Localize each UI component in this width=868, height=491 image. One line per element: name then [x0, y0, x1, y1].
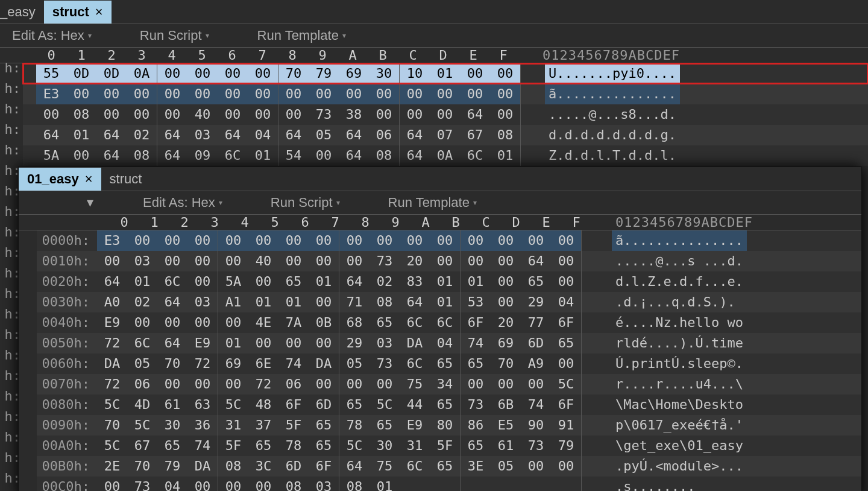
ascii-column[interactable]: .d.¡...q.d.S.).: [612, 292, 739, 312]
hex-byte[interactable]: 73: [127, 477, 157, 491]
hex-byte[interactable]: 02: [127, 125, 157, 145]
hex-byte[interactable]: 10: [400, 63, 430, 84]
hex-row[interactable]: E3000000000000000000000000000000ã.......…: [23, 84, 868, 104]
hex-byte[interactable]: 74: [521, 394, 551, 415]
hex-byte[interactable]: 64: [36, 125, 66, 145]
run-template-dropdown[interactable]: Run Template▾: [257, 28, 346, 43]
hex-byte[interactable]: 64: [278, 125, 309, 145]
hex-row[interactable]: 00A0h:5C6765745F6578655C30315F65617379\g…: [37, 436, 861, 456]
hex-byte[interactable]: 04: [157, 477, 187, 491]
hex-byte[interactable]: 67: [460, 125, 490, 145]
hex-byte[interactable]: 06: [278, 374, 309, 394]
hex-byte[interactable]: 5C: [370, 394, 400, 415]
ascii-column[interactable]: \Mac\Home\Deskto: [612, 394, 747, 415]
hex-byte[interactable]: 34: [430, 374, 460, 394]
hex-byte[interactable]: 30: [369, 63, 399, 84]
hex-byte[interactable]: 08: [369, 145, 399, 166]
hex-byte[interactable]: 68: [339, 312, 370, 333]
hex-byte[interactable]: 00: [460, 63, 490, 84]
hex-byte[interactable]: 00: [187, 477, 218, 491]
tab-easy-partial[interactable]: _easy: [0, 1, 44, 24]
hex-byte[interactable]: 03: [187, 292, 218, 312]
hex-byte[interactable]: 00: [278, 104, 309, 125]
ascii-column[interactable]: ã...............: [545, 84, 680, 104]
hex-byte[interactable]: 0A: [430, 145, 460, 166]
hex-byte[interactable]: 73: [521, 436, 551, 456]
hex-byte[interactable]: 00: [96, 104, 127, 125]
hex-byte[interactable]: 74: [461, 333, 491, 353]
hex-byte[interactable]: 08: [66, 104, 96, 125]
hex-byte[interactable]: 72: [248, 374, 278, 394]
hex-byte[interactable]: 64: [339, 125, 369, 145]
hex-byte[interactable]: 00: [157, 374, 187, 394]
run-script-dropdown[interactable]: Run Script▾: [140, 28, 209, 43]
hex-byte[interactable]: 00: [218, 312, 248, 333]
hex-byte[interactable]: 3E: [461, 456, 491, 477]
hex-byte[interactable]: 5C: [551, 374, 581, 394]
hex-byte[interactable]: 00: [157, 84, 187, 104]
hex-byte[interactable]: 65: [430, 353, 460, 374]
hex-byte[interactable]: 78: [339, 415, 370, 436]
hex-byte[interactable]: 01: [278, 292, 309, 312]
hex-byte[interactable]: 00: [521, 230, 551, 251]
hex-row[interactable]: 0060h:DA057072696E74DA05736C656570A900Ú.…: [37, 353, 861, 374]
hex-byte[interactable]: 73: [370, 353, 400, 374]
hex-byte[interactable]: 00: [36, 104, 66, 125]
hex-byte[interactable]: 65: [430, 394, 460, 415]
hex-byte[interactable]: 30: [157, 415, 187, 436]
hex-byte[interactable]: 00: [127, 312, 157, 333]
hex-byte[interactable]: 5C: [97, 394, 127, 415]
hex-byte[interactable]: 00: [157, 63, 187, 84]
hex-row[interactable]: 0030h:A0026403A10101007108640153002904.d…: [37, 292, 861, 312]
hex-byte[interactable]: 00: [370, 230, 400, 251]
tab-struct[interactable]: struct ×: [44, 1, 112, 24]
hex-byte[interactable]: 00: [370, 374, 400, 394]
hex-byte[interactable]: 04: [248, 125, 278, 145]
hex-byte[interactable]: 65: [521, 271, 551, 292]
hex-byte[interactable]: [491, 477, 521, 491]
hex-byte[interactable]: 00: [187, 374, 218, 394]
hex-byte[interactable]: 05: [491, 456, 521, 477]
hex-byte[interactable]: [461, 477, 491, 491]
hex-byte[interactable]: 72: [97, 333, 127, 353]
hex-byte[interactable]: 00: [430, 104, 460, 125]
hex-row[interactable]: 00B0h:2E7079DA083C6D6F64756C653E050000.p…: [37, 456, 861, 477]
hex-byte[interactable]: 08: [490, 125, 520, 145]
hex-byte[interactable]: 00: [97, 251, 127, 271]
hex-byte[interactable]: 72: [97, 374, 127, 394]
hex-byte[interactable]: 61: [491, 436, 521, 456]
hex-byte[interactable]: 70: [127, 456, 157, 477]
hex-byte[interactable]: 6C: [400, 456, 430, 477]
hex-byte[interactable]: 00: [309, 251, 339, 271]
hex-byte[interactable]: 00: [218, 251, 248, 271]
hex-byte[interactable]: 00: [157, 230, 187, 251]
hex-byte[interactable]: 4E: [248, 312, 278, 333]
hex-byte[interactable]: 31: [400, 436, 430, 456]
hex-byte[interactable]: 00: [127, 84, 157, 104]
hex-byte[interactable]: 00: [309, 84, 339, 104]
hex-byte[interactable]: 73: [370, 251, 400, 271]
hex-row[interactable]: 00080000004000000073380000006400.....@..…: [23, 104, 868, 125]
hex-byte[interactable]: 00: [460, 84, 490, 104]
hex-byte[interactable]: 71: [339, 292, 370, 312]
hex-byte[interactable]: 65: [551, 333, 581, 353]
hex-byte[interactable]: 00: [400, 104, 430, 125]
hex-byte[interactable]: 6F: [551, 312, 581, 333]
hex-byte[interactable]: [551, 477, 581, 491]
hex-byte[interactable]: 20: [491, 312, 521, 333]
hex-byte[interactable]: 65: [370, 312, 400, 333]
hex-byte[interactable]: 5C: [127, 415, 157, 436]
hex-byte[interactable]: 00: [491, 230, 521, 251]
hex-byte[interactable]: 65: [248, 436, 278, 456]
ascii-column[interactable]: é....Nz.hello wo: [612, 312, 747, 333]
ascii-column[interactable]: Z.d.d.l.T.d.d.l.: [545, 145, 680, 166]
hex-byte[interactable]: DA: [187, 456, 218, 477]
hex-byte[interactable]: 01: [370, 477, 400, 491]
hex-row[interactable]: 0070h:7206000000720600000075340000005Cr.…: [37, 374, 861, 394]
hex-byte[interactable]: 36: [187, 415, 218, 436]
hex-byte[interactable]: 75: [400, 374, 430, 394]
hex-byte[interactable]: 38: [339, 104, 369, 125]
hex-byte[interactable]: E9: [97, 312, 127, 333]
hex-byte[interactable]: 7A: [278, 312, 309, 333]
hex-byte[interactable]: 01: [248, 145, 278, 166]
